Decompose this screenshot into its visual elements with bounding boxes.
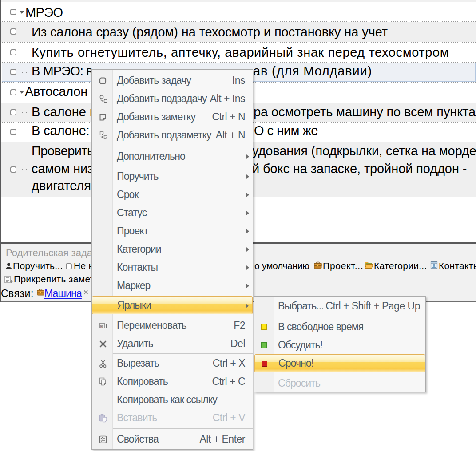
svg-text:re: re bbox=[100, 324, 103, 328]
